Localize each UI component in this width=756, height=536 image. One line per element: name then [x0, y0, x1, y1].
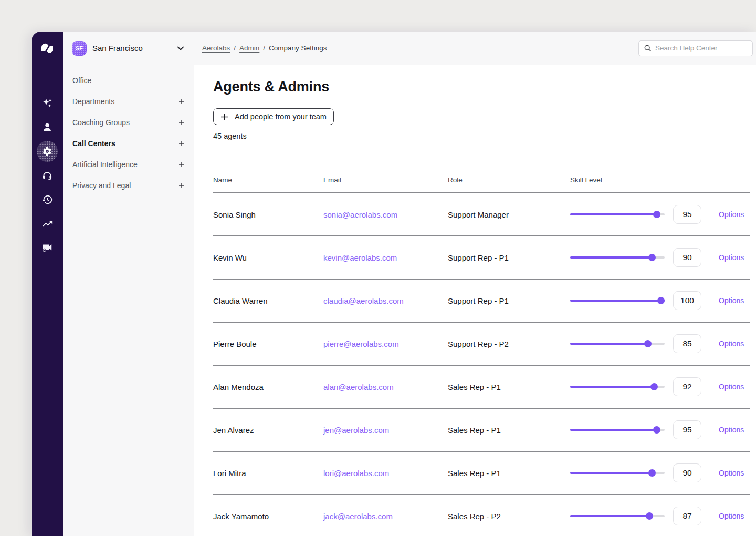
agent-email-link[interactable]: jen@aerolabs.com [323, 426, 448, 435]
breadcrumb-separator: / [234, 44, 236, 52]
plus-icon [178, 119, 185, 126]
table-row: Lori Mitra lori@aerolabs.com Sales Rep -… [213, 452, 750, 495]
slider-fill [570, 386, 657, 388]
agent-email-link[interactable]: sonia@aerolabs.com [323, 210, 448, 219]
search-icon [644, 44, 652, 52]
options-link[interactable]: Options [719, 469, 750, 477]
slider-fill [570, 300, 665, 302]
slider-thumb[interactable] [650, 383, 658, 390]
main-area: Aerolabs/Admin/Company Settings Agents &… [194, 32, 756, 536]
workspace-switcher[interactable]: SF San Francisco [63, 32, 194, 65]
slider-fill [570, 343, 650, 345]
table-row: Jack Yamamoto jack@aerolabs.com Sales Re… [213, 495, 750, 536]
sidebar-item-call-centers[interactable]: Call Centers [63, 133, 194, 154]
agent-email-link[interactable]: alan@aerolabs.com [323, 383, 448, 391]
table-body: Sonia Singh sonia@aerolabs.com Support M… [213, 193, 750, 536]
agent-role: Sales Rep - P2 [448, 512, 570, 521]
skill-value-input[interactable] [673, 377, 701, 396]
slider-thumb[interactable] [653, 211, 660, 218]
plus-icon [178, 161, 185, 168]
slider-thumb[interactable] [644, 340, 652, 347]
agent-role: Sales Rep - P1 [448, 469, 570, 478]
page-title: Agents & Admins [213, 79, 756, 95]
sidebar-item-departments[interactable]: Departments [63, 91, 194, 112]
headset-icon [41, 170, 53, 181]
workspace-name: San Francisco [92, 44, 143, 53]
sidebar-item-coaching-groups[interactable]: Coaching Groups [63, 112, 194, 133]
options-link[interactable]: Options [719, 210, 750, 219]
support-headset-nav-button[interactable] [37, 165, 58, 186]
ai-sparkles-nav-button[interactable] [37, 92, 58, 114]
skill-value-input[interactable] [673, 248, 701, 267]
options-link[interactable]: Options [719, 296, 750, 305]
skill-value-input[interactable] [673, 507, 701, 525]
skill-value-input[interactable] [673, 420, 701, 439]
options-link[interactable]: Options [719, 253, 750, 262]
skill-slider[interactable] [570, 512, 665, 520]
person-icon [41, 121, 53, 133]
agent-email-link[interactable]: claudia@aerolabs.com [323, 296, 448, 305]
primary-nav-rail [32, 32, 63, 536]
skill-value-input[interactable] [673, 463, 701, 482]
table-row: Alan Mendoza alan@aerolabs.com Sales Rep… [213, 366, 750, 409]
sidebar-item-privacy-and-legal[interactable]: Privacy and Legal [63, 175, 194, 196]
slider-thumb[interactable] [657, 297, 665, 304]
skill-slider[interactable] [570, 469, 665, 477]
slider-thumb[interactable] [646, 512, 653, 520]
help-search-box[interactable] [638, 40, 753, 56]
skill-value-input[interactable] [673, 205, 701, 224]
skill-slider[interactable] [570, 339, 665, 348]
plus-icon [178, 140, 185, 147]
dialpad-logo-icon [39, 42, 55, 55]
agent-name: Lori Mitra [213, 469, 323, 478]
search-input[interactable] [655, 44, 748, 52]
breadcrumb-item: Company Settings [269, 44, 327, 52]
agent-role: Support Manager [448, 210, 570, 219]
add-people-button-label: Add people from your team [235, 112, 327, 121]
skill-value-input[interactable] [673, 334, 701, 353]
table-row: Jen Alvarez jen@aerolabs.com Sales Rep -… [213, 409, 750, 452]
meetings-nav-button[interactable] [37, 238, 58, 259]
analytics-nav-button[interactable] [37, 213, 58, 234]
agent-email-link[interactable]: pierre@aerolabs.com [323, 339, 448, 348]
slider-thumb[interactable] [648, 469, 656, 477]
breadcrumb-item[interactable]: Admin [239, 44, 259, 52]
app-window: SF San Francisco Office Departments Coac… [32, 32, 756, 536]
skill-slider[interactable] [570, 296, 665, 305]
slider-thumb[interactable] [648, 254, 656, 261]
workspace-initials: SF [76, 45, 83, 51]
agent-email-link[interactable]: jack@aerolabs.com [323, 512, 448, 521]
dialpad-logo[interactable] [39, 42, 55, 56]
agent-name: Kevin Wu [213, 253, 323, 262]
add-people-button[interactable]: Add people from your team [213, 108, 334, 125]
settings-sidebar: SF San Francisco Office Departments Coac… [63, 32, 194, 536]
slider-thumb[interactable] [653, 426, 660, 434]
skill-slider[interactable] [570, 426, 665, 434]
sidebar-item-label: Departments [72, 97, 114, 106]
options-link[interactable]: Options [719, 512, 750, 520]
skill-value-input[interactable] [673, 291, 701, 310]
table-row: Claudia Warren claudia@aerolabs.com Supp… [213, 280, 750, 323]
sidebar-item-office[interactable]: Office [63, 70, 194, 91]
options-link[interactable]: Options [719, 383, 750, 391]
skill-slider[interactable] [570, 253, 665, 262]
trending-up-icon [41, 218, 53, 230]
table-row: Kevin Wu kevin@aerolabs.com Support Rep … [213, 236, 750, 280]
agent-count: 45 agents [213, 132, 756, 140]
breadcrumb-item[interactable]: Aerolabs [202, 44, 230, 52]
options-link[interactable]: Options [719, 426, 750, 434]
sidebar-item-label: Call Centers [72, 139, 116, 148]
contacts-nav-button[interactable] [37, 117, 58, 138]
plus-icon [178, 182, 185, 189]
skill-slider[interactable] [570, 383, 665, 391]
skill-slider[interactable] [570, 210, 665, 219]
agent-email-link[interactable]: kevin@aerolabs.com [323, 253, 448, 262]
options-link[interactable]: Options [719, 339, 750, 348]
breadcrumb-separator: / [263, 44, 265, 52]
settings-nav-button[interactable] [37, 141, 58, 162]
gear-icon [42, 146, 52, 157]
sidebar-item-label: Privacy and Legal [72, 181, 131, 190]
sidebar-item-artificial-intelligence[interactable]: Artificial Intelligence [63, 154, 194, 175]
agent-email-link[interactable]: lori@aerolabs.com [323, 469, 448, 478]
history-nav-button[interactable] [37, 189, 58, 210]
